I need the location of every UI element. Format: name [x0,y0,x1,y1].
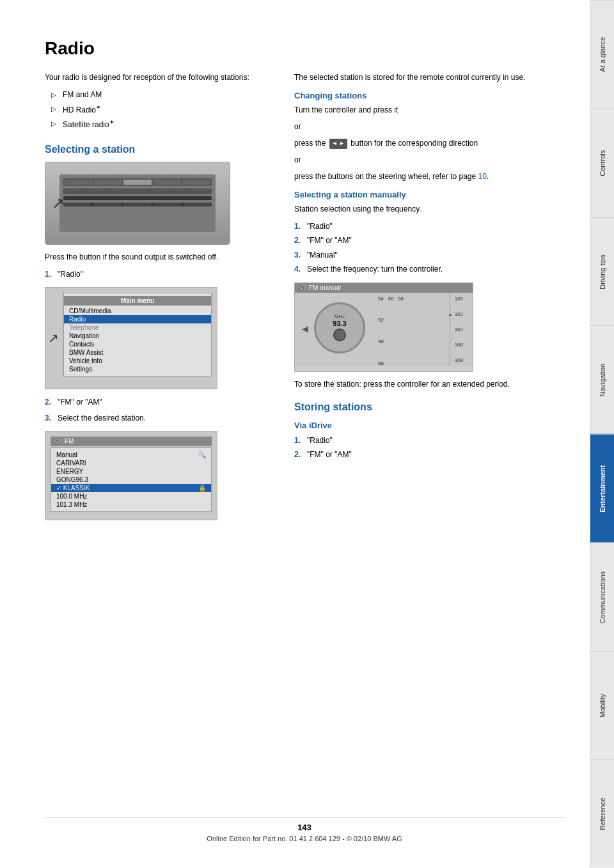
sidebar-tab-entertainment[interactable]: Entertainment [590,434,614,543]
storing-steps: 1. "Radio" 2. "FM" or "AM" [294,434,564,461]
step-1: 1. "Radio" [45,268,275,281]
bullet-fm-am: FM and AM [51,88,275,102]
manual-step-1: 1. "Radio" [294,220,564,233]
sidebar-tab-reference[interactable]: Reference [590,759,614,868]
footer-text: Online Edition for Part no. 01 41 2 604 … [45,835,564,842]
station-types-list: FM and AM HD Radio✶ Satellite radio✶ [45,88,275,132]
sidebar-tab-at-a-glance[interactable]: At a glance [590,0,614,109]
direction-button[interactable]: ◄ ► [329,139,347,149]
sidebar-tab-mobility[interactable]: Mobility [590,651,614,760]
fm-station-list-image: 🔊 FM Manual🔍 CARIVARI ENERGY GONG96.3 ✓ … [45,431,217,520]
radio-device-image: ↗ [45,162,230,245]
sidebar-tab-driving-tips[interactable]: Driving tips [590,217,614,326]
store-controller-text: To store the station: press the controll… [294,378,564,390]
fm-manual-dial-image: 🔊 FM manual ◄ MHz 93.3 [294,283,473,372]
step-2: 2. "FM" or "AM" [45,396,275,408]
page-number: 143 [45,823,564,832]
manual-step-4: 4. Select the frequency: turn the contro… [294,263,564,275]
changing-stations-heading: Changing stations [294,91,564,100]
press-button-text: Press the button if the sound output is … [45,251,275,263]
selecting-steps-2-3: 2. "FM" or "AM" 3. Select the desired st… [45,396,275,424]
steering-wheel-text: press the buttons on the steering wheel,… [294,171,564,182]
main-menu-image: ↗ Main menu CD/Multimedia Radio Telephon… [45,287,217,389]
bullet-satellite: Satellite radio✶ [51,117,275,132]
sidebar-tab-controls[interactable]: Controls [590,109,614,217]
manual-step-2: 2. "FM" or "AM" [294,234,564,247]
station-frequency-text: Station selection using the frequency. [294,203,564,215]
storing-stations-heading: Storing stations [294,401,564,413]
via-idrive-heading: Via iDrive [294,421,564,430]
selecting-steps-1: 1. "Radio" [45,268,275,281]
press-button-direction-text: press the ◄ ► button for the correspondi… [294,137,564,149]
sidebar-tab-navigation[interactable]: Navigation [590,325,614,434]
selecting-station-heading: Selecting a station [45,144,275,155]
manual-steps: 1. "Radio" 2. "FM" or "AM" 3. "Manual" 4… [294,220,564,276]
or-2: or [294,154,564,166]
turn-controller-text: Turn the controller and press it [294,104,564,116]
store-step-2: 2. "FM" or "AM" [294,448,564,461]
store-station-text: The selected station is stored for the r… [294,72,564,83]
page-footer: 143 Online Edition for Part no. 01 41 2 … [45,817,564,842]
page-ref-link[interactable]: 10 [478,172,487,181]
intro-text: Your radio is designed for reception of … [45,72,275,83]
or-1: or [294,121,564,132]
manual-step-3: 3. "Manual" [294,249,564,261]
sidebar-tab-communications[interactable]: Communications [590,543,614,651]
selecting-manually-heading: Selecting a station manually [294,190,564,199]
sidebar-tabs: At a glance Controls Driving tips Naviga… [590,0,614,868]
store-step-1: 1. "Radio" [294,434,564,447]
step-3: 3. Select the desired station. [45,412,275,424]
bullet-hd-radio: HD Radio✶ [51,102,275,118]
page-title: Radio [45,38,564,59]
